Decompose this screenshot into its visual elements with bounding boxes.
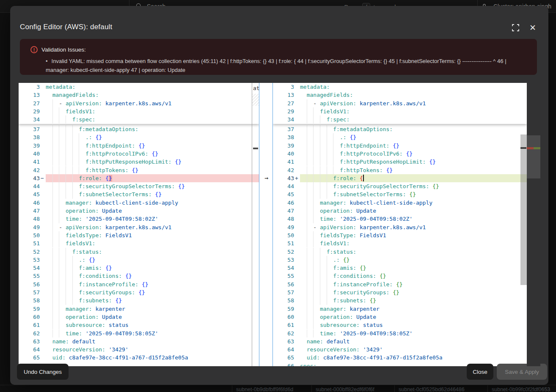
code-line-64[interactable]: 64resourceVersion: '3429' [19, 345, 259, 354]
code-line-47[interactable]: 47operation: Update [273, 207, 527, 215]
code-line-61[interactable]: 61subresource: status [19, 321, 259, 329]
code-line-34[interactable]: 34f:spec: [273, 115, 527, 123]
line-number: 39 [19, 142, 40, 150]
code-line-3[interactable]: 3metadata: [273, 83, 527, 91]
code-line-58[interactable]: 58f:subnets: {} [19, 296, 259, 304]
code-line-65[interactable]: 65uid: c8afe97e-38cc-4f91-a767-d15f2a8fe… [19, 354, 259, 362]
revert-change-arrow[interactable]: → [262, 174, 270, 182]
code-line-29[interactable]: 29fieldsV1: [273, 107, 527, 115]
code-line-39[interactable]: 39f:httpEndpoint: {} [19, 142, 259, 150]
code-line-13[interactable]: 13managedFields: [273, 91, 527, 99]
close-button[interactable]: Close [467, 364, 493, 380]
code-line-59[interactable]: 59manager: karpenter [19, 305, 259, 313]
code-line-62[interactable]: 62time: '2025-09-04T09:58:05Z' [19, 329, 259, 337]
line-number: 57 [19, 288, 40, 296]
code-line-63[interactable]: 63name: default [273, 337, 527, 345]
line-number: 34 [273, 115, 294, 123]
code-line-44[interactable]: 44f:securityGroupSelectorTerms: {} [273, 182, 527, 190]
code-line-60[interactable]: 60operation: Update [19, 313, 259, 321]
code-line-41[interactable]: 41f:httpPutResponseHopLimit: {} [19, 158, 259, 166]
code-line-3[interactable]: 3metadata: [19, 83, 259, 91]
code-line-55[interactable]: 55f:conditions: {} [273, 272, 527, 280]
code-line-52[interactable]: 52f:status: [19, 248, 259, 256]
code-line-58[interactable]: 58f:subnets: {} [273, 296, 527, 304]
vertical-scrollbar-thumb[interactable] [520, 134, 527, 285]
diff-splitter-sash[interactable]: → [259, 83, 273, 366]
code-line-53[interactable]: 53.: {} [273, 256, 527, 264]
code-line-64[interactable]: 64resourceVersion: '3429' [273, 345, 527, 354]
fullscreen-button[interactable] [511, 23, 520, 32]
code-line-40[interactable]: 40f:httpProtocolIPv6: {} [273, 150, 527, 158]
code-line-61[interactable]: 61subresource: status [273, 321, 527, 329]
code-line-49[interactable]: 49- apiVersion: karpenter.k8s.aws/v1 [273, 223, 527, 231]
code-line-60[interactable]: 60operation: Update [273, 313, 527, 321]
code-line-43[interactable]: 43+f:role: { [273, 174, 527, 182]
line-number: 54 [19, 264, 40, 272]
diff-overview-ruler[interactable] [527, 83, 540, 366]
close-icon[interactable]: ✕ [528, 23, 537, 32]
subnet-id-cell: subnet-000bff82edf6f0f6f [316, 387, 374, 392]
code-line-52[interactable]: 52f:status: [273, 248, 527, 256]
code-line-63[interactable]: 63name: default [19, 337, 259, 345]
diff-pane-original[interactable]: 37f:metadataOptions:38.: {}39f:httpEndpo… [19, 83, 259, 366]
line-number: 62 [273, 329, 294, 337]
subnet-id-cell: subnet-0b9dbfbff9f6fd6d [236, 387, 293, 392]
code-line-37[interactable]: 37f:metadataOptions: [273, 125, 527, 133]
code-line-50[interactable]: 50fieldsType: FieldsV1 [273, 231, 527, 239]
code-line-27[interactable]: 27- apiVersion: karpenter.k8s.aws/v1 [273, 99, 527, 107]
line-number: 42 [19, 166, 40, 174]
error-icon: ! [30, 46, 38, 53]
diff-diagonal-fill [252, 94, 259, 106]
dialog-title: Config Editor (AWS): default [20, 23, 113, 31]
code-line-38[interactable]: 38.: {} [19, 133, 259, 141]
line-number: 50 [19, 231, 40, 239]
code-line-41[interactable]: 41f:httpPutResponseHopLimit: {} [273, 158, 527, 166]
code-line-48[interactable]: 48time: '2025-09-04T09:58:02Z' [19, 215, 259, 223]
code-line-27[interactable]: 27- apiVersion: karpenter.k8s.aws/v1 [19, 99, 259, 107]
line-number: 44 [273, 182, 294, 190]
line-number: 50 [273, 231, 294, 239]
code-line-50[interactable]: 50fieldsType: FieldsV1 [19, 231, 259, 239]
code-line-37[interactable]: 37f:metadataOptions: [19, 125, 259, 133]
code-line-51[interactable]: 51fieldsV1: [19, 239, 259, 247]
yaml-diff-editor[interactable]: 37f:metadataOptions:38.: {}39f:httpEndpo… [19, 83, 540, 366]
code-line-46[interactable]: 46manager: kubectl-client-side-apply [273, 199, 527, 207]
diff-pane-modified[interactable]: 37f:metadataOptions:38.: {}39f:httpEndpo… [273, 83, 527, 366]
code-line-38[interactable]: 38.: {} [273, 133, 527, 141]
line-number: 45 [19, 190, 40, 198]
code-line-62[interactable]: 62time: '2025-09-04T09:58:05Z' [273, 329, 527, 337]
code-line-44[interactable]: 44f:securityGroupSelectorTerms: {} [19, 182, 259, 190]
code-line-54[interactable]: 54f:amis: {} [19, 264, 259, 272]
code-line-42[interactable]: 42f:httpTokens: {} [273, 166, 527, 174]
code-line-51[interactable]: 51fieldsV1: [273, 239, 527, 247]
code-line-56[interactable]: 56f:instanceProfile: {} [19, 280, 259, 288]
code-line-39[interactable]: 39f:httpEndpoint: {} [273, 142, 527, 150]
line-number: 52 [273, 248, 294, 256]
overview-viewport[interactable] [527, 135, 540, 178]
code-line-55[interactable]: 55f:conditions: {} [19, 272, 259, 280]
code-line-29[interactable]: 29fieldsV1: [19, 107, 259, 115]
overview-added-marker [534, 147, 540, 149]
code-line-46[interactable]: 46manager: kubectl-client-side-apply [19, 199, 259, 207]
code-line-42[interactable]: 42f:httpTokens: {} [19, 166, 259, 174]
code-line-45[interactable]: 45f:subnetSelectorTerms: {} [273, 190, 527, 198]
code-line-48[interactable]: 48time: '2025-09-04T09:58:02Z' [273, 215, 527, 223]
line-number: 58 [19, 296, 40, 304]
code-line-65[interactable]: 65uid: c8afe97e-38cc-4f91-a767-d15f2a8fe… [273, 354, 527, 362]
code-line-34[interactable]: 34f:spec: [19, 115, 259, 123]
undo-changes-button[interactable]: Undo Changes [17, 364, 69, 380]
code-line-40[interactable]: 40f:httpProtocolIPv6: {} [19, 150, 259, 158]
line-number: 60 [273, 313, 294, 321]
code-line-57[interactable]: 57f:securityGroups: {} [273, 288, 527, 296]
code-line-54[interactable]: 54f:amis: {} [273, 264, 527, 272]
code-line-43[interactable]: 43−f:role: {} [19, 174, 259, 182]
code-line-57[interactable]: 57f:securityGroups: {} [19, 288, 259, 296]
code-line-59[interactable]: 59manager: karpenter [273, 305, 527, 313]
code-line-13[interactable]: 13managedFields: [19, 91, 259, 99]
code-line-47[interactable]: 47operation: Update [19, 207, 259, 215]
code-line-53[interactable]: 53.: {} [19, 256, 259, 264]
line-number: 63 [273, 337, 294, 345]
code-line-49[interactable]: 49- apiVersion: karpenter.k8s.aws/v1 [19, 223, 259, 231]
code-line-56[interactable]: 56f:instanceProfile: {} [273, 280, 527, 288]
code-line-45[interactable]: 45f:subnetSelectorTerms: {} [19, 190, 259, 198]
